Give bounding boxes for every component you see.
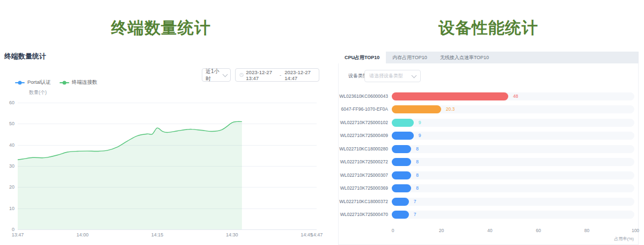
bar-fill <box>392 105 441 113</box>
device-type-placeholder: 请选择设备类型 <box>369 73 403 80</box>
device-name-label: WL022710K725000470 <box>339 211 388 219</box>
legend-label: Portal认证 <box>27 79 51 86</box>
bar-value-label: 7 <box>414 211 416 219</box>
bar-value-label: 8 <box>416 145 419 153</box>
bar-fill <box>392 158 411 166</box>
y-tick-label: 40 <box>2 142 14 148</box>
left-card-title: 终端数量统计 <box>4 52 46 61</box>
y-tick-label: 60 <box>2 100 14 105</box>
device-name-label: 6047-FF96-1070-EF0A <box>339 105 388 113</box>
date-range-end: 2023-12-27 14:47 <box>284 69 315 81</box>
time-range-select[interactable]: 近1小时 <box>202 68 231 82</box>
bar-fill <box>392 198 409 206</box>
legend-label: 终端连接数 <box>72 79 98 86</box>
bar-fill <box>392 145 411 153</box>
legend-line-dot-icon <box>60 82 69 83</box>
y-tick-label: 10 <box>2 206 14 211</box>
device-name-label: WL022710KC18000372 <box>339 198 388 206</box>
bar-row: WL023610KC0600004348 <box>339 92 639 100</box>
bar-fill <box>392 211 409 219</box>
x-tick-label: 14:30 <box>226 232 238 237</box>
left-section-title: 终端数量统计 <box>0 17 322 39</box>
x-tick-label: 13:47 <box>12 232 24 237</box>
y-tick-label: 0 <box>2 227 14 232</box>
x-tick-label: 14:15 <box>151 232 164 237</box>
x-tick-label: 20 <box>439 228 444 233</box>
bar-value-label: 8 <box>416 171 419 179</box>
clock-icon <box>239 72 244 78</box>
device-name-label: WL022710K725000307 <box>339 171 388 179</box>
x-tick-label: 40 <box>487 228 492 233</box>
bar-track <box>392 184 634 192</box>
performance-card: 设备类型 请选择设备类型 WL023610KC06000043486047-FF… <box>338 63 639 245</box>
tab-cpu-top10[interactable]: CPU占用TOP10 <box>338 52 386 63</box>
bar-row: WL022710K7250004099 <box>339 132 639 140</box>
bar-value-label: 7 <box>414 198 416 206</box>
bar-track <box>392 145 634 153</box>
legend-terminal-connections[interactable]: 终端连接数 <box>60 79 98 86</box>
bar-row: WL022710K7250001029 <box>339 119 639 127</box>
bar-track <box>392 171 634 179</box>
bar-value-label: 8 <box>416 184 419 192</box>
date-range-start: 2023-12-27 13:47 <box>246 69 276 81</box>
device-name-label: WL022710K725000102 <box>339 119 388 127</box>
device-name-label: WL022710KC18000280 <box>339 145 388 153</box>
chevron-down-icon <box>223 71 228 77</box>
bar-track <box>392 132 634 140</box>
right-section-title: 设备性能统计 <box>338 17 639 39</box>
line-chart-plot: 010203040506013:4714:0014:1514:3014:4514… <box>18 103 317 229</box>
legend-portal-auth[interactable]: Portal认证 <box>15 79 51 86</box>
performance-tabbar: CPU占用TOP10内存占用TOP10无线接入点速率TOP10 <box>338 52 639 63</box>
x-tick-label: 100 <box>632 228 639 233</box>
x-axis-title: 占用率(%) <box>614 236 634 242</box>
tab-memory-top10[interactable]: 内存占用TOP10 <box>386 52 433 63</box>
bar-track <box>392 158 634 166</box>
bar-row: WL022710K7250004707 <box>339 211 639 219</box>
x-tick-label: 80 <box>584 228 589 233</box>
x-tick-label: 14:47 <box>311 232 323 237</box>
bar-row: WL022710K7250002728 <box>339 158 639 166</box>
bar-track <box>392 211 634 219</box>
bar-fill <box>392 119 414 127</box>
terminal-connections-series <box>18 103 317 229</box>
bar-track <box>392 119 634 127</box>
bar-fill <box>392 132 414 140</box>
chevron-down-icon <box>412 73 417 78</box>
bar-value-label: 8 <box>416 158 419 166</box>
bar-value-label: 9 <box>419 119 421 127</box>
x-tick-label: 14:00 <box>76 232 89 237</box>
bar-fill <box>392 184 411 192</box>
device-name-label: WL022710K725000272 <box>339 158 388 166</box>
bar-value-label: 48 <box>513 92 518 100</box>
dashboard: 终端数量统计 终端数量统计 近1小时 2023-12-27 13:47 - 20… <box>0 0 644 245</box>
area-fill <box>18 121 242 229</box>
gridline <box>18 229 317 230</box>
bar-row: WL022710K7250003078 <box>339 171 639 179</box>
x-tick-label: 0 <box>392 228 394 233</box>
bar-value-label: 20.3 <box>446 105 455 113</box>
bar-fill <box>392 171 411 179</box>
bar-track <box>392 198 634 206</box>
device-type-select[interactable]: 请选择设备类型 <box>364 70 421 82</box>
device-name-label: WL022710K725000369 <box>339 184 388 192</box>
bar-track <box>392 105 634 113</box>
x-tick-label: 60 <box>536 228 540 233</box>
tab-wireless-ap-rate-top10[interactable]: 无线接入点速率TOP10 <box>434 52 495 63</box>
time-range-value: 近1小时 <box>206 68 223 83</box>
date-range-separator: - <box>279 72 282 78</box>
y-tick-label: 20 <box>2 184 14 190</box>
legend-line-dot-icon <box>15 82 25 83</box>
y-tick-label: 30 <box>2 163 14 169</box>
line-chart-legend: Portal认证 终端连接数 <box>15 79 97 86</box>
bar-fill <box>392 92 508 100</box>
bar-row: WL022710KC180002808 <box>339 145 639 153</box>
bar-value-label: 9 <box>419 132 421 140</box>
bar-row: WL022710K7250003698 <box>339 184 639 192</box>
bar-row: 6047-FF96-1070-EF0A20.3 <box>339 105 639 113</box>
y-axis-title: 数量(个) <box>29 89 47 96</box>
bar-row: WL022710KC180003727 <box>339 198 639 206</box>
device-name-label: WL023610KC06000043 <box>339 92 388 100</box>
device-name-label: WL022710K725000409 <box>339 132 388 140</box>
y-tick-label: 50 <box>2 121 14 126</box>
date-range-picker[interactable]: 2023-12-27 13:47 - 2023-12-27 14:47 <box>235 68 319 82</box>
